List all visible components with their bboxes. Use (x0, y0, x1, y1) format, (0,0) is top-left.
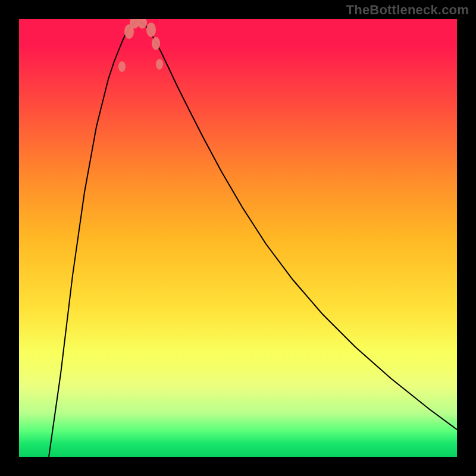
plot-area (19, 19, 457, 457)
watermark-link[interactable]: TheBottleneck.com (346, 2, 469, 17)
svg-point-4 (146, 23, 156, 37)
equilibrium-markers (19, 19, 457, 457)
outer-frame: TheBottleneck.com (0, 0, 476, 476)
watermark[interactable]: TheBottleneck.com (346, 2, 469, 18)
svg-point-5 (152, 37, 160, 50)
svg-point-3 (137, 19, 147, 29)
svg-point-0 (118, 61, 126, 72)
svg-point-6 (156, 59, 163, 70)
